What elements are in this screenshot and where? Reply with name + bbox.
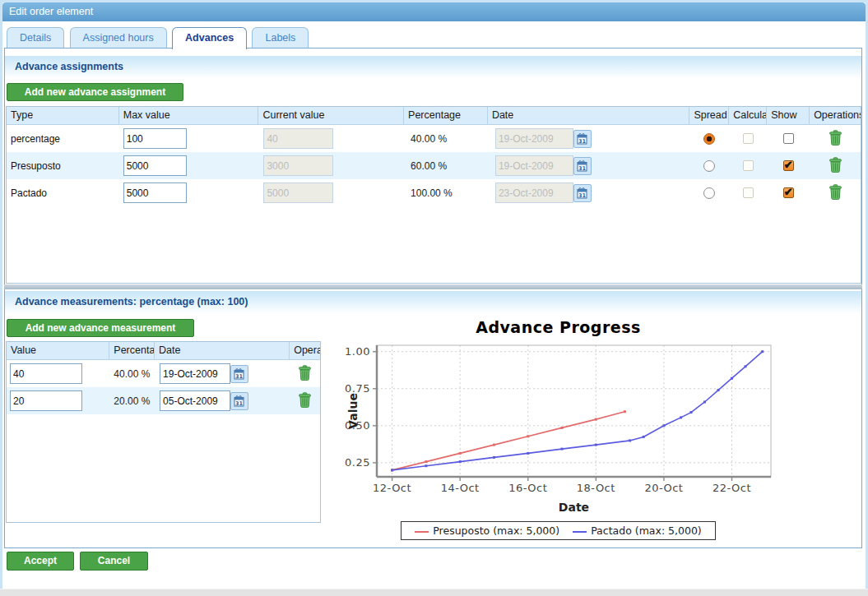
assignment-row: Presuposto 60.00 % 31	[7, 152, 861, 179]
col-value: Value	[7, 342, 109, 360]
section-separator	[4, 284, 862, 289]
advance-progress-chart: 0.250.500.751.0012-Oct14-Oct16-Oct18-Oct…	[329, 319, 787, 520]
spread-radio[interactable]	[703, 133, 715, 145]
chart-legend: Presuposto (max: 5,000) Pactado (max: 5,…	[329, 521, 787, 540]
edit-order-element-window: Edit order element Details Assigned hour…	[0, 0, 868, 596]
tab-bar: Details Assigned hours Advances Labels	[7, 27, 311, 49]
svg-text:Value: Value	[346, 393, 360, 429]
tab-labels[interactable]: Labels	[252, 27, 309, 48]
calculated-checkbox	[743, 133, 754, 144]
add-measurement-button[interactable]: Add new advance measurement	[7, 319, 194, 337]
col-percentage: Percentage	[109, 342, 155, 360]
max-value-input[interactable]	[123, 182, 187, 203]
spread-radio[interactable]	[703, 187, 715, 199]
percentage-value: 100.00 %	[404, 187, 488, 199]
delete-icon[interactable]	[298, 365, 312, 383]
svg-text:22-Oct: 22-Oct	[713, 482, 751, 494]
col-type: Type	[7, 107, 119, 125]
delete-icon[interactable]	[829, 184, 842, 202]
svg-text:12-Oct: 12-Oct	[373, 482, 411, 494]
date-input	[495, 182, 573, 203]
measurement-row: 20.00 % 31	[7, 387, 320, 414]
assignment-row: Pactado 100.00 % 31	[7, 179, 861, 206]
calculated-checkbox	[743, 160, 754, 171]
tab-details[interactable]: Details	[7, 27, 64, 48]
col-current-value: Current value	[258, 107, 404, 125]
calendar-icon[interactable]: 31	[573, 130, 592, 148]
calendar-icon[interactable]: 31	[573, 184, 592, 202]
svg-text:Date: Date	[559, 501, 589, 514]
measurement-date-input[interactable]	[160, 390, 230, 411]
measurement-row: 40.00 % 31	[7, 360, 320, 387]
delete-icon[interactable]	[829, 157, 842, 175]
measurements-section-header: Advance measurements: percentage (max: 1…	[5, 291, 861, 312]
date-input	[495, 128, 573, 149]
legend-entry-presuposto: Presuposto (max: 5,000)	[415, 524, 559, 537]
col-max-value: Max value	[119, 107, 259, 125]
measurement-percentage: 40.00 %	[109, 368, 155, 380]
col-spread: Spread	[689, 107, 729, 125]
calendar-icon[interactable]: 31	[573, 157, 592, 175]
legend-entry-pactado: Pactado (max: 5,000)	[573, 524, 702, 537]
delete-icon[interactable]	[298, 392, 312, 410]
col-calculated: Calculated	[729, 107, 767, 125]
measurement-percentage: 20.00 %	[109, 395, 155, 407]
svg-text:0.75: 0.75	[345, 382, 370, 395]
show-checkbox[interactable]	[783, 133, 794, 144]
current-value-input	[263, 182, 333, 203]
col-show: Show	[767, 107, 810, 125]
show-checkbox[interactable]	[783, 160, 794, 171]
current-value-input	[263, 128, 333, 149]
assignments-section-header: Advance assignments	[5, 56, 861, 77]
measurements-table-header: Value Percentage Date Operations	[7, 342, 320, 360]
svg-text:20-Oct: 20-Oct	[644, 482, 683, 494]
blue-line-swatch	[573, 531, 587, 533]
svg-text:1.00: 1.00	[345, 345, 370, 358]
svg-text:14-Oct: 14-Oct	[441, 482, 480, 494]
measurements-table: Value Percentage Date Operations 40.00 %…	[6, 341, 321, 523]
assignment-type: Presuposto	[7, 160, 119, 172]
measurement-date-input[interactable]	[160, 363, 230, 384]
max-value-input[interactable]	[123, 155, 187, 176]
svg-text:18-Oct: 18-Oct	[577, 482, 615, 494]
assignment-row: percentage 40.00 % 31	[7, 125, 861, 152]
svg-text:31: 31	[578, 138, 587, 145]
window-title: Edit order element	[2, 2, 866, 21]
calculated-checkbox	[743, 187, 754, 198]
svg-text:16-Oct: 16-Oct	[508, 482, 547, 494]
show-checkbox[interactable]	[783, 187, 794, 198]
cancel-button[interactable]: Cancel	[80, 552, 148, 571]
col-percentage: Percentage	[404, 107, 488, 125]
tab-assigned-hours[interactable]: Assigned hours	[70, 27, 167, 48]
svg-text:31: 31	[235, 400, 244, 407]
svg-text:31: 31	[578, 192, 587, 199]
date-input	[495, 155, 573, 176]
col-date: Date	[488, 107, 690, 125]
percentage-value: 40.00 %	[404, 133, 488, 145]
add-assignment-button[interactable]: Add new advance assignment	[7, 83, 183, 101]
measurement-value-input[interactable]	[10, 390, 82, 411]
col-operations: Operations	[290, 342, 320, 360]
calendar-icon[interactable]: 31	[230, 365, 248, 383]
svg-text:31: 31	[235, 373, 244, 380]
red-line-swatch	[415, 531, 429, 533]
max-value-input[interactable]	[123, 128, 187, 149]
current-value-input	[263, 155, 333, 176]
assignment-type: Pactado	[7, 187, 119, 199]
svg-text:31: 31	[578, 165, 587, 172]
svg-text:0.25: 0.25	[345, 456, 370, 469]
calendar-icon[interactable]: 31	[230, 392, 248, 410]
bottom-strip	[0, 589, 868, 596]
spread-radio[interactable]	[703, 160, 715, 172]
assignments-table-header: Type Max value Current value Percentage …	[7, 107, 861, 125]
delete-icon[interactable]	[829, 130, 842, 148]
tab-advances[interactable]: Advances	[172, 27, 247, 49]
assignment-type: percentage	[7, 133, 119, 145]
col-operations: Operations	[810, 107, 861, 125]
measurement-value-input[interactable]	[10, 363, 82, 384]
assignments-table: Type Max value Current value Percentage …	[6, 106, 861, 284]
col-date: Date	[155, 342, 290, 360]
percentage-value: 60.00 %	[404, 160, 488, 172]
accept-button[interactable]: Accept	[7, 552, 74, 571]
